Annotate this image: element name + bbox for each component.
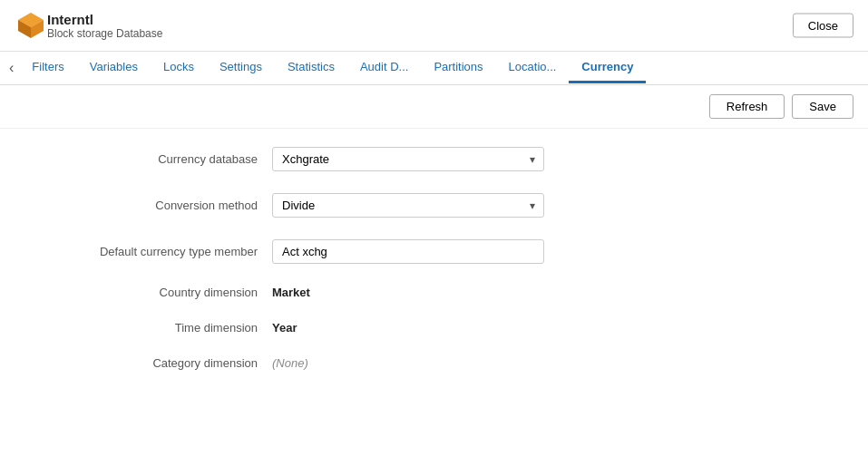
category-dimension-value: (None) [272, 356, 308, 370]
refresh-button[interactable]: Refresh [709, 94, 785, 119]
conversion-method-select-wrapper[interactable]: Divide Multiply [272, 193, 544, 218]
app-title-group: Interntl Block storage Database [47, 12, 162, 40]
tab-audit-d[interactable]: Audit D... [347, 53, 421, 83]
tab-nav-left-button[interactable]: ‹ [4, 52, 19, 84]
tab-filters[interactable]: Filters [19, 53, 76, 83]
country-dimension-row: Country dimension Market [36, 286, 832, 299]
tab-settings[interactable]: Settings [207, 53, 275, 83]
conversion-method-label: Conversion method [36, 199, 272, 212]
default-currency-type-input[interactable] [272, 239, 544, 264]
close-button[interactable]: Close [793, 14, 853, 38]
tab-locatio[interactable]: Locatio... [496, 53, 570, 83]
toolbar: Refresh Save [0, 85, 868, 129]
tab-statistics[interactable]: Statistics [275, 53, 347, 83]
app-subtitle: Block storage Database [47, 27, 162, 40]
currency-database-row: Currency database Xchgrate Other [36, 147, 832, 171]
currency-database-select[interactable]: Xchgrate Other [272, 147, 544, 171]
country-dimension-value: Market [272, 286, 310, 299]
currency-database-select-wrapper[interactable]: Xchgrate Other [272, 147, 544, 171]
tab-locks[interactable]: Locks [151, 53, 207, 83]
tab-partitions[interactable]: Partitions [421, 53, 495, 83]
default-currency-type-row: Default currency type member [36, 239, 832, 264]
time-dimension-value: Year [272, 321, 297, 335]
conversion-method-row: Conversion method Divide Multiply [36, 193, 832, 218]
tab-currency[interactable]: Currency [569, 53, 646, 83]
app-logo-icon [15, 9, 47, 42]
country-dimension-label: Country dimension [36, 286, 272, 299]
category-dimension-row: Category dimension (None) [36, 356, 832, 370]
default-currency-type-label: Default currency type member [36, 245, 272, 258]
tab-bar: ‹ Filters Variables Locks Settings Stati… [0, 52, 868, 85]
currency-form: Currency database Xchgrate Other Convers… [0, 129, 868, 410]
time-dimension-label: Time dimension [36, 321, 272, 335]
save-button[interactable]: Save [792, 94, 853, 119]
app-header: Interntl Block storage Database Close [0, 0, 868, 52]
category-dimension-label: Category dimension [36, 356, 272, 370]
app-title: Interntl [47, 12, 162, 27]
time-dimension-row: Time dimension Year [36, 321, 832, 335]
conversion-method-select[interactable]: Divide Multiply [272, 193, 544, 218]
currency-database-label: Currency database [36, 152, 272, 166]
tab-variables[interactable]: Variables [77, 53, 151, 83]
